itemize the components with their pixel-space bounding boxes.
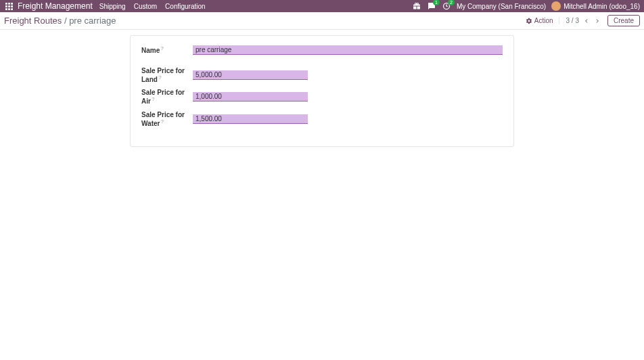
nav-menu-configuration[interactable]: Configuration bbox=[165, 3, 205, 10]
breadcrumb-current: pre carriage bbox=[69, 16, 116, 26]
nav-menu-shipping[interactable]: Shipping bbox=[99, 3, 126, 10]
nav-menu-custom[interactable]: Custom bbox=[134, 3, 157, 10]
chat-badge: 1 bbox=[433, 0, 440, 5]
activity-wrap: 2 bbox=[442, 1, 451, 11]
gear-icon bbox=[526, 18, 532, 24]
avatar bbox=[551, 1, 561, 11]
user-name: Mitchell Admin (odoo_16) bbox=[564, 3, 640, 10]
svg-rect-0 bbox=[5, 3, 7, 5]
svg-rect-8 bbox=[11, 8, 13, 10]
action-label: Action bbox=[534, 17, 553, 24]
name-label: Name? bbox=[141, 45, 193, 54]
nav-menu: Shipping Custom Configuration bbox=[99, 3, 206, 10]
nav-left: Freight Management Shipping Custom Confi… bbox=[4, 1, 412, 11]
water-field[interactable] bbox=[193, 114, 308, 124]
content-area: Name? Sale Price for Land? Sale Price fo… bbox=[0, 30, 644, 152]
svg-rect-7 bbox=[8, 8, 10, 10]
pager-next-icon[interactable] bbox=[594, 18, 601, 24]
app-title[interactable]: Freight Management bbox=[18, 1, 93, 11]
nav-right: 1 2 My Company (San Francisco) Mitchell … bbox=[412, 1, 640, 11]
activity-badge: 2 bbox=[448, 0, 455, 5]
form-row-land: Sale Price for Land? bbox=[141, 67, 503, 83]
form-row-water: Sale Price for Water? bbox=[141, 111, 503, 127]
svg-rect-6 bbox=[5, 8, 7, 10]
form-card: Name? Sale Price for Land? Sale Price fo… bbox=[130, 35, 514, 147]
nav-app-group: Freight Management bbox=[4, 1, 93, 11]
breadcrumb-bar: Freight Routes / pre carriage Action 3 /… bbox=[0, 12, 644, 30]
svg-rect-2 bbox=[11, 3, 13, 5]
breadcrumb: Freight Routes / pre carriage bbox=[4, 16, 526, 26]
land-label: Sale Price for Land? bbox=[141, 67, 193, 83]
name-field[interactable] bbox=[193, 45, 503, 55]
create-button[interactable]: Create bbox=[607, 15, 640, 26]
gift-icon[interactable] bbox=[412, 1, 421, 11]
chat-wrap: 1 bbox=[427, 1, 436, 11]
action-button[interactable]: Action bbox=[526, 17, 559, 24]
breadcrumb-root[interactable]: Freight Routes bbox=[4, 16, 62, 26]
apps-icon[interactable] bbox=[4, 1, 14, 11]
air-label: Sale Price for Air? bbox=[141, 89, 193, 105]
pager-prev-icon[interactable] bbox=[583, 18, 590, 24]
form-row-air: Sale Price for Air? bbox=[141, 89, 503, 105]
breadcrumb-separator: / bbox=[64, 16, 67, 26]
user-menu[interactable]: Mitchell Admin (odoo_16) bbox=[551, 1, 640, 11]
form-row-name: Name? bbox=[141, 45, 503, 55]
land-field[interactable] bbox=[193, 70, 308, 80]
water-label: Sale Price for Water? bbox=[141, 111, 193, 127]
pager: 3 / 3 bbox=[566, 17, 601, 24]
svg-rect-3 bbox=[5, 5, 7, 7]
svg-rect-5 bbox=[11, 5, 13, 7]
svg-rect-4 bbox=[8, 5, 10, 7]
company-selector[interactable]: My Company (San Francisco) bbox=[457, 3, 546, 10]
pager-count[interactable]: 3 / 3 bbox=[566, 17, 579, 24]
navbar: Freight Management Shipping Custom Confi… bbox=[0, 0, 644, 12]
air-field[interactable] bbox=[193, 92, 308, 102]
svg-rect-1 bbox=[8, 3, 10, 5]
bar-right: Action 3 / 3 Create bbox=[526, 15, 640, 26]
